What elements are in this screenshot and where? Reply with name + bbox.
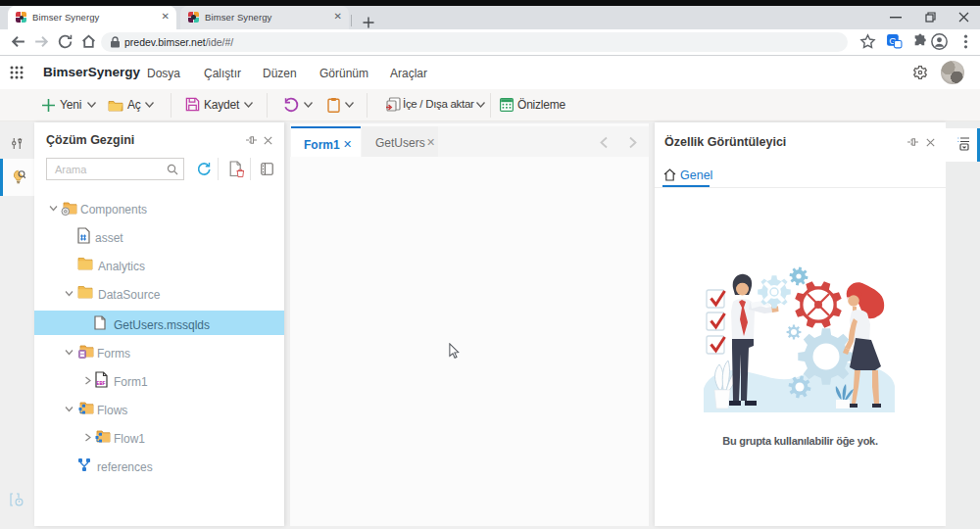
svg-text:EBF: EBF <box>97 381 106 386</box>
